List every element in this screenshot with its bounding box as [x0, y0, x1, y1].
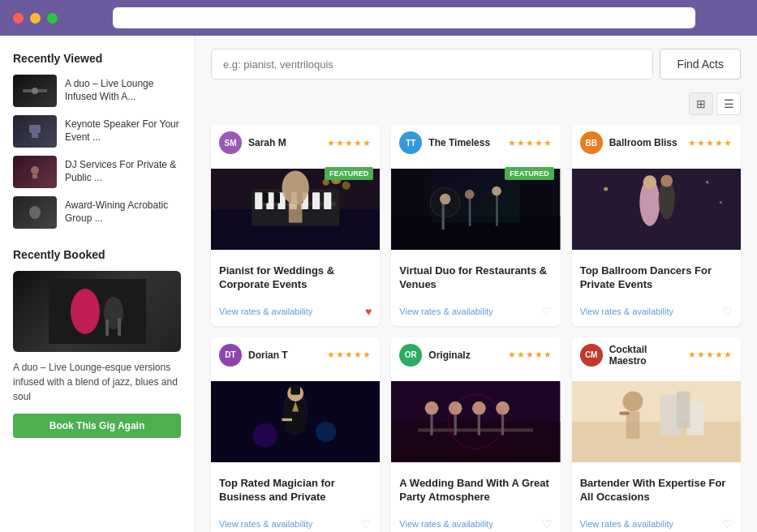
act-body: Bartender With Expertise For All Occasio… [572, 470, 741, 517]
favorite-button[interactable]: ♡ [542, 305, 553, 318]
favorite-button[interactable]: ♥ [365, 305, 372, 318]
thumbnail [13, 75, 57, 107]
svg-rect-56 [290, 384, 300, 394]
item-title: A duo – Live Lounge Infused With A... [65, 78, 181, 103]
act-image-container [391, 373, 560, 470]
view-controls: ⊞ ☰ [211, 92, 741, 115]
main-content: Find Acts ⊞ ☰ SM Sarah M ★★★★★ [195, 36, 757, 532]
act-title: Virtual Duo for Restaurants & Venues [399, 264, 552, 292]
favorite-button[interactable]: ♡ [542, 517, 553, 530]
view-rates-link[interactable]: View rates & availability [399, 307, 492, 316]
act-card[interactable]: OR Originalz ★★★★★ A Wedding Band With A… [391, 337, 560, 532]
list-item[interactable]: DJ Services For Private & Public ... [13, 156, 181, 188]
url-bar[interactable] [113, 7, 695, 28]
svg-rect-10 [105, 320, 109, 336]
svg-rect-22 [324, 192, 331, 209]
sidebar: Recently Viewed A duo – Live Lounge Infu… [0, 36, 195, 532]
act-header: CM Cocktail Maestro ★★★★★ [572, 337, 741, 373]
favorite-button[interactable]: ♡ [722, 517, 733, 530]
svg-point-4 [31, 166, 39, 174]
svg-point-27 [282, 171, 308, 205]
svg-rect-16 [255, 192, 262, 209]
recently-viewed-title: Recently Viewed [13, 52, 181, 65]
act-card[interactable]: CM Cocktail Maestro ★★★★★ Bartender With… [572, 337, 741, 532]
act-image-container [572, 373, 741, 470]
view-rates-link[interactable]: View rates & availability [219, 519, 312, 529]
svg-rect-48 [572, 169, 741, 250]
act-card[interactable]: DT Dorian T ★★★★★ Top Rated Magician for… [211, 337, 380, 532]
act-card[interactable]: BB Ballroom Bliss ★★★★★ Top Ballroom Dan… [572, 125, 741, 326]
item-title: Award-Wining Acrobatic Group ... [65, 200, 181, 225]
svg-point-8 [71, 289, 100, 334]
act-body: Virtual Duo for Restaurants & Venues [391, 258, 560, 305]
act-footer: View rates & availability ♡ [572, 517, 741, 532]
minimize-dot[interactable] [30, 13, 41, 24]
thumbnail [13, 156, 57, 188]
favorite-button[interactable]: ♡ [361, 517, 372, 530]
list-item[interactable]: Award-Wining Acrobatic Group ... [13, 196, 181, 229]
act-footer: View rates & availability ♡ [391, 305, 560, 326]
search-input[interactable] [211, 49, 653, 79]
acts-grid: SM Sarah M ★★★★★ FEATURED Pianist for We… [211, 125, 741, 532]
view-rates-link[interactable]: View rates & availability [219, 307, 312, 316]
svg-point-30 [342, 182, 351, 190]
recently-booked-title: Recently Booked [13, 248, 181, 261]
find-acts-button[interactable]: Find Acts [660, 49, 741, 79]
view-rates-link[interactable]: View rates & availability [399, 519, 492, 529]
act-title: Top Ballroom Dancers For Private Events [580, 264, 733, 292]
avatar: CM [580, 344, 603, 367]
star-rating: ★★★★★ [508, 138, 553, 148]
svg-point-6 [29, 206, 41, 219]
act-body: Top Rated Magician for Business and Priv… [211, 470, 380, 517]
favorite-button[interactable]: ♡ [722, 305, 733, 318]
search-bar: Find Acts [211, 49, 741, 79]
list-icon: ☰ [724, 97, 734, 110]
view-rates-link[interactable]: View rates & availability [580, 307, 673, 316]
svg-rect-24 [274, 192, 280, 203]
act-header: SM Sarah M ★★★★★ [211, 125, 380, 161]
svg-rect-2 [29, 125, 41, 133]
avatar: DT [219, 344, 242, 367]
book-again-button[interactable]: Book This Gig Again [13, 414, 181, 438]
star-rating: ★★★★★ [688, 138, 733, 148]
svg-rect-73 [391, 381, 560, 462]
close-dot[interactable] [13, 13, 24, 24]
grid-icon: ⊞ [696, 97, 706, 110]
act-card[interactable]: TT The Timeless ★★★★★ FEATURED Virtual D… [391, 125, 560, 326]
maximize-dot[interactable] [47, 13, 58, 24]
list-view-button[interactable]: ☰ [716, 92, 741, 115]
item-title: Keynote Speaker For Your Event ... [65, 118, 181, 144]
act-name: Originalz [428, 350, 501, 361]
star-rating: ★★★★★ [688, 350, 733, 360]
featured-badge: FEATURED [325, 167, 373, 180]
star-rating: ★★★★★ [508, 350, 553, 360]
svg-point-49 [604, 187, 608, 191]
grid-view-button[interactable]: ⊞ [689, 92, 713, 115]
star-rating: ★★★★★ [327, 138, 372, 148]
svg-point-60 [316, 422, 336, 442]
act-title: Bartender With Expertise For All Occasio… [580, 477, 733, 504]
act-footer: View rates & availability ♡ [572, 305, 741, 326]
act-header: BB Ballroom Bliss ★★★★★ [572, 125, 741, 161]
item-title: DJ Services For Private & Public ... [65, 159, 181, 184]
svg-rect-23 [263, 192, 269, 203]
list-item[interactable]: A duo – Live Lounge Infused With A... [13, 75, 181, 107]
view-rates-link[interactable]: View rates & availability [580, 519, 673, 529]
content-area: Recently Viewed A duo – Live Lounge Infu… [0, 36, 757, 532]
svg-point-1 [32, 88, 38, 94]
act-title: Top Rated Magician for Business and Priv… [219, 477, 372, 504]
act-name: Ballroom Bliss [609, 137, 682, 148]
act-image-container [572, 161, 741, 258]
act-title: A Wedding Band With A Great Party Atmosp… [399, 477, 552, 504]
svg-point-50 [706, 181, 708, 183]
svg-rect-11 [118, 318, 121, 336]
act-card[interactable]: SM Sarah M ★★★★★ FEATURED Pianist for We… [211, 125, 380, 326]
act-footer: View rates & availability ♥ [211, 305, 380, 326]
act-footer: View rates & availability ♡ [391, 517, 560, 532]
list-item[interactable]: Keynote Speaker For Your Event ... [13, 115, 181, 148]
thumbnail [13, 196, 57, 229]
recently-booked-section: Recently Booked A duo – Live Lounge-esqu… [13, 248, 181, 438]
act-header: OR Originalz ★★★★★ [391, 337, 560, 373]
act-header: DT Dorian T ★★★★★ [211, 337, 380, 373]
act-header: TT The Timeless ★★★★★ [391, 125, 560, 161]
